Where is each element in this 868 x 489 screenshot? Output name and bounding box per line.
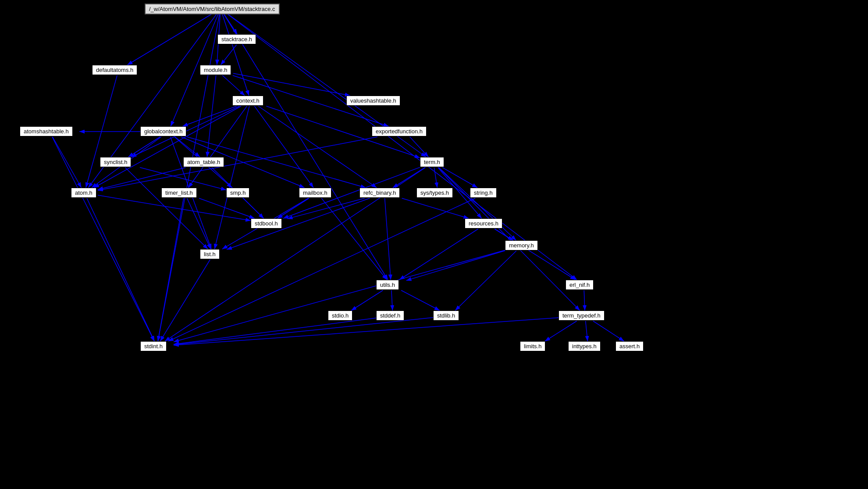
node-erl_nif_h[interactable]: erl_nif.h	[566, 280, 594, 290]
edge-memory_h-to-stdlib_h	[455, 251, 516, 311]
node-term_typedef_h[interactable]: term_typedef.h	[559, 311, 605, 321]
node-stdint_h[interactable]: stdint.h	[140, 341, 167, 351]
edge-term_h-to-string_h	[442, 168, 477, 188]
edge-list_h-to-stdint_h	[160, 260, 210, 341]
edge-context_h-to-timer_list_h	[189, 106, 247, 188]
edge-erl_nif_h-to-term_typedef_h	[584, 290, 585, 311]
edge-term_h-to-sys_types_h	[434, 168, 437, 188]
node-list_h[interactable]: list.h	[200, 249, 220, 259]
edge-resources_h-to-utils_h	[399, 229, 478, 280]
edge-term_typedef_h-to-assert_h	[593, 321, 624, 341]
node-inttypes_h[interactable]: inttypes.h	[568, 341, 601, 351]
edge-root-to-defaultatoms_h	[127, 14, 212, 65]
edge-globalcontext_h-to-atom_table_h	[175, 137, 200, 157]
edge-module_h-to-valueshashtable_h	[233, 73, 350, 96]
node-context_h[interactable]: context.h	[232, 96, 263, 106]
edge-context_h-to-atom_h	[94, 106, 241, 188]
node-assert_h[interactable]: assert.h	[615, 341, 644, 351]
node-mailbox_h[interactable]: mailbox.h	[299, 188, 331, 198]
edge-term_typedef_h-to-inttypes_h	[586, 321, 588, 341]
node-atom_h[interactable]: atom.h	[71, 188, 96, 198]
node-refc_binary_h[interactable]: refc_binary.h	[359, 188, 400, 198]
edge-context_h-to-mailbox_h	[254, 106, 313, 188]
edge-utils_h-to-stddef_h	[391, 290, 392, 311]
node-utils_h[interactable]: utils.h	[376, 280, 399, 290]
edge-string_h-to-stdint_h	[168, 198, 475, 341]
node-stacktrace_h[interactable]: stacktrace.h	[217, 34, 256, 44]
node-resources_h[interactable]: resources.h	[465, 218, 502, 228]
node-sys_types_h[interactable]: sys/types.h	[416, 188, 453, 198]
edge-root-to-stdint_h	[158, 14, 219, 341]
node-stddef_h[interactable]: stddef.h	[376, 311, 404, 321]
edge-context_h-to-refc_binary_h	[258, 106, 377, 188]
node-stdlib_h[interactable]: stdlib.h	[433, 311, 459, 321]
edge-mailbox_h-to-stdbool_h	[277, 198, 309, 218]
node-timer_list_h[interactable]: timer_list.h	[161, 188, 197, 198]
edge-memory_h-to-stdint_h	[174, 250, 505, 342]
edge-atom_h-to-stdint_h	[87, 198, 154, 341]
edge-term_typedef_h-to-stdint_h	[174, 318, 559, 345]
edge-resources_h-to-erl_nif_h	[494, 229, 575, 280]
node-term_h[interactable]: term.h	[420, 157, 444, 167]
edge-timer_list_h-to-list_h	[187, 198, 211, 249]
node-valueshashtable_h[interactable]: valueshashtable.h	[346, 96, 400, 106]
edge-exportedfunction_h-to-atom_h	[98, 137, 377, 190]
edge-term_h-to-term_typedef_h	[438, 168, 580, 311]
node-exportedfunction_h[interactable]: exportedfunction.h	[372, 126, 427, 136]
node-string_h[interactable]: string.h	[470, 188, 497, 198]
edge-atom_h-to-stdbool_h	[98, 195, 251, 221]
node-memory_h[interactable]: memory.h	[505, 240, 538, 250]
edge-refc_binary_h-to-resources_h	[402, 198, 469, 218]
edge-refc_binary_h-to-list_h	[227, 198, 370, 250]
node-root[interactable]: /_w/AtomVM/AtomVM/src/libAtomVM/stacktra…	[145, 4, 280, 14]
node-stdbool_h[interactable]: stdbool.h	[251, 218, 282, 228]
node-defaultatoms_h[interactable]: defaultatoms.h	[92, 65, 137, 75]
node-atomshashtable_h[interactable]: atomshashtable.h	[20, 126, 73, 136]
edge-utils_h-to-stdlib_h	[401, 290, 440, 311]
edge-context_h-to-list_h	[214, 106, 249, 249]
edge-term_typedef_h-to-limits_h	[545, 321, 577, 341]
edge-root-to-utils_h	[224, 14, 388, 280]
node-limits_h[interactable]: limits.h	[520, 341, 545, 351]
edge-atomshashtable_h-to-atom_h	[53, 137, 82, 188]
edge-stddef_h-to-stdint_h	[174, 318, 376, 344]
node-smp_h[interactable]: smp.h	[226, 188, 249, 198]
node-module_h[interactable]: module.h	[200, 65, 231, 75]
node-globalcontext_h[interactable]: globalcontext.h	[140, 126, 186, 136]
edge-utils_h-to-stdio_h	[351, 290, 383, 311]
node-synclist_h[interactable]: synclist.h	[100, 157, 131, 167]
edge-stacktrace_h-to-module_h	[221, 45, 236, 65]
node-atom_table_h[interactable]: atom_table.h	[183, 157, 224, 167]
edge-term_h-to-refc_binary_h	[393, 168, 425, 188]
edge-mailbox_h-to-utils_h	[321, 198, 387, 280]
node-stdio_h[interactable]: stdio.h	[328, 311, 352, 321]
